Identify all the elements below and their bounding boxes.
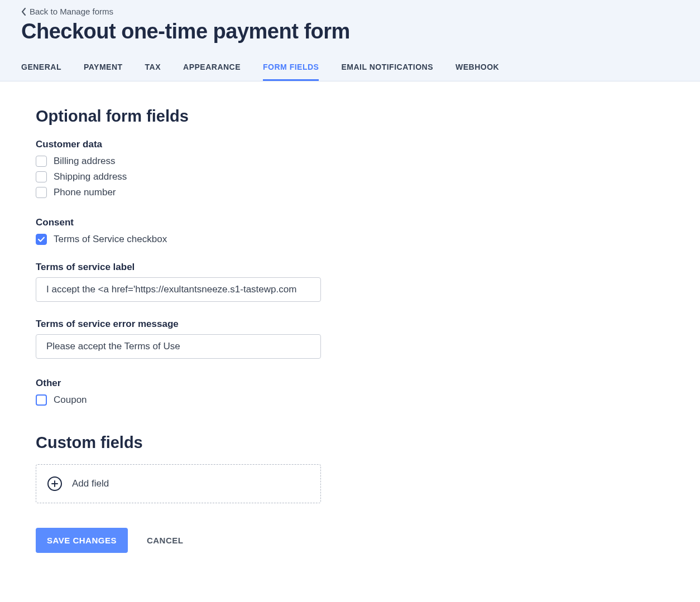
plus-circle-icon xyxy=(47,476,62,491)
other-row: Coupon xyxy=(36,394,370,406)
customer-data-checkbox[interactable] xyxy=(36,187,47,198)
save-button[interactable]: SAVE CHANGES xyxy=(36,528,128,553)
tos-error-input[interactable] xyxy=(36,334,321,359)
tab-email-notifications[interactable]: EMAIL NOTIFICATIONS xyxy=(341,57,433,81)
tab-payment[interactable]: PAYMENT xyxy=(84,57,123,81)
cancel-button[interactable]: CANCEL xyxy=(147,536,184,545)
back-link[interactable]: Back to Manage forms xyxy=(21,7,113,16)
customer-data-label: Billing address xyxy=(54,156,116,167)
customer-data-row: Phone number xyxy=(36,187,370,198)
tab-form-fields[interactable]: FORM FIELDS xyxy=(263,57,319,81)
custom-fields-heading: Custom fields xyxy=(36,434,370,452)
customer-data-label: Customer data xyxy=(36,139,370,150)
content: Optional form fields Customer data Billi… xyxy=(0,81,391,586)
tabs: GENERALPAYMENTTAXAPPEARANCEFORM FIELDSEM… xyxy=(21,57,679,81)
optional-fields-heading: Optional form fields xyxy=(36,107,370,126)
tos-label-field-label: Terms of service label xyxy=(36,262,370,273)
header-bar: Back to Manage forms Checkout one-time p… xyxy=(0,0,700,81)
consent-checkbox[interactable] xyxy=(36,234,47,245)
tos-error-field-label: Terms of service error message xyxy=(36,319,370,330)
chevron-left-icon xyxy=(21,8,26,16)
customer-data-row: Shipping address xyxy=(36,171,370,182)
add-field-button[interactable]: Add field xyxy=(36,464,321,503)
tos-label-input[interactable] xyxy=(36,277,321,302)
tab-general[interactable]: GENERAL xyxy=(21,57,61,81)
other-checkbox[interactable] xyxy=(36,394,47,406)
page-title: Checkout one-time payment form xyxy=(21,20,679,44)
customer-data-row: Billing address xyxy=(36,156,370,167)
customer-data-checkbox[interactable] xyxy=(36,171,47,182)
customer-data-checkbox[interactable] xyxy=(36,156,47,167)
customer-data-label: Shipping address xyxy=(54,171,127,182)
add-field-label: Add field xyxy=(72,478,109,489)
other-label: Coupon xyxy=(54,394,87,406)
tab-tax[interactable]: TAX xyxy=(145,57,161,81)
tab-appearance[interactable]: APPEARANCE xyxy=(183,57,241,81)
consent-label: Consent xyxy=(36,217,370,228)
consent-row: Terms of Service checkbox xyxy=(36,234,370,245)
tab-webhook[interactable]: WEBHOOK xyxy=(456,57,499,81)
other-label: Other xyxy=(36,378,370,389)
customer-data-label: Phone number xyxy=(54,187,116,198)
consent-label: Terms of Service checkbox xyxy=(54,234,167,245)
back-link-text: Back to Manage forms xyxy=(30,7,113,16)
